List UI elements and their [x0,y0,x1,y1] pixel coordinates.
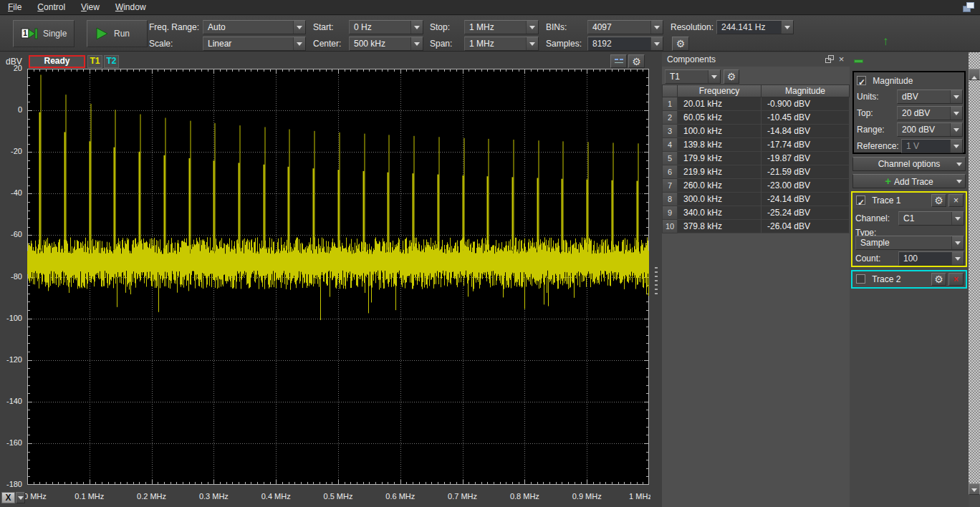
reference-select[interactable]: 1 V [901,139,963,153]
table-row[interactable]: 7260.0 kHz-23.00 dBV [662,179,850,193]
spectrum-plot-canvas[interactable] [27,69,649,485]
add-trace-button[interactable]: +Add Trace [852,174,966,188]
x-tick-label: 1 MHz [629,492,652,501]
count-select[interactable]: 100 [898,251,964,266]
close-icon[interactable]: × [837,54,846,64]
trace1-settings-button[interactable]: ⚙ [931,194,946,207]
acquisition-settings-button[interactable]: ⚙ [672,37,689,51]
chevron-down-icon [950,123,962,136]
trace2-checkbox[interactable] [856,274,865,284]
freq-range-select[interactable]: Auto [203,20,306,34]
menu-control[interactable]: Control [29,0,73,14]
top-select[interactable]: 20 dBV [897,106,963,120]
count-label: Count: [855,251,880,266]
menu-view[interactable]: View [73,0,107,14]
row-frequency: 260.0 kHz [678,179,762,193]
windows-stack-icon[interactable] [963,2,974,12]
scrollbar-up-button[interactable] [969,69,980,80]
stop-select[interactable]: 1 MHz [464,20,539,34]
gear-icon: ⚙ [934,195,943,206]
chevron-down-icon [956,180,962,186]
span-select[interactable]: 1 MHz [464,37,539,51]
components-table: Frequency Magnitude 120.01 kHz-0.900 dBV… [662,84,850,233]
tab-t2[interactable]: T2 [104,55,119,68]
chevron-down-icon [951,252,964,265]
row-magnitude: -24.14 dBV [762,193,850,206]
range-select[interactable]: 200 dBV [897,122,963,137]
plot-settings-button[interactable]: ⚙ [628,54,645,68]
status-ready-button[interactable]: Ready [29,55,85,68]
x-axis-dropdown-button[interactable] [16,492,25,503]
y-tick-label: -20 [0,147,22,155]
chevron-down-icon [410,21,423,34]
single-label: Single [43,29,67,39]
pane-splitter[interactable] [650,52,662,507]
y-tick-label: -100 [0,314,22,322]
components-settings-button[interactable]: ⚙ [724,69,739,84]
row-magnitude: -17.74 dBV [762,138,850,152]
tab-t1[interactable]: T1 [87,55,102,68]
trace1-header: Trace 1 ⚙ × [852,193,966,208]
collapse-minus-icon[interactable] [854,59,863,63]
chevron-down-icon [526,37,538,50]
bins-select[interactable]: 4097 [587,20,663,34]
row-frequency: 379.8 kHz [678,220,762,233]
chevron-down-icon [526,21,538,34]
trace2-settings-button[interactable]: ⚙ [931,273,946,286]
trace2-close-button[interactable]: × [948,273,964,286]
popout-icon[interactable] [825,55,834,63]
scale-select[interactable]: Linear [203,37,306,51]
x-tick-label: 0.3 MHz [199,492,229,501]
vertical-scrollbar[interactable] [969,52,980,507]
samples-select[interactable]: 8192 [587,37,663,51]
table-row[interactable]: 10379.8 kHz-26.04 dBV [662,220,850,233]
table-row[interactable]: 4139.8 kHz-17.74 dBV [662,138,850,152]
row-index: 8 [662,193,678,206]
chevron-down-icon [650,21,663,34]
center-select[interactable]: 500 kHz [349,37,423,51]
type-select[interactable]: Sample [855,236,964,250]
gear-icon: ⚙ [676,39,686,49]
gear-icon: ⚙ [632,57,641,67]
chevron-down-icon [950,140,962,153]
table-row[interactable]: 9340.0 kHz-25.24 dBV [662,206,850,220]
trace1-title: Trace 1 [872,195,900,206]
row-index: 3 [662,125,678,138]
table-row[interactable]: 260.05 kHz-10.45 dBV [662,111,850,125]
plot-measure-button[interactable] [610,54,627,68]
chevron-down-icon [781,21,793,34]
start-select[interactable]: 0 Hz [349,20,423,34]
x-tick-label: 0.2 MHz [137,492,166,501]
x-axis-mode-button[interactable]: X [1,492,15,503]
range-label: Range: [857,122,885,137]
magnitude-checkbox[interactable] [857,76,866,85]
components-trace-select[interactable]: T1 [665,69,721,84]
run-button[interactable]: Run [87,20,148,47]
row-index: 6 [662,165,678,179]
menu-file[interactable]: File [0,0,29,14]
header-index-column [662,84,678,97]
units-select[interactable]: dBV [897,90,963,104]
resolution-select[interactable]: 244.141 Hz [716,20,794,34]
table-row[interactable]: 3100.0 kHz-14.84 dBV [662,125,850,138]
trace1-close-button[interactable]: × [948,194,964,207]
channel-label: Channel: [855,211,890,226]
table-row[interactable]: 120.01 kHz-0.900 dBV [662,97,850,111]
table-row[interactable]: 8300.0 kHz-24.14 dBV [662,193,850,206]
trace1-checkbox[interactable] [856,195,865,205]
x-tick-label: 0.5 MHz [324,492,353,501]
menu-window[interactable]: Window [107,0,154,14]
row-frequency: 60.05 kHz [678,111,762,125]
table-row[interactable]: 6219.9 kHz-21.59 dBV [662,165,850,179]
scrollbar-down-button[interactable] [969,483,980,495]
channel-options-button[interactable]: Channel options [852,157,966,171]
scroll-up-arrow-icon: ↑ [883,34,889,49]
single-button[interactable]: 1 Single [13,20,75,47]
channel-select[interactable]: C1 [898,211,964,226]
y-tick-label: -60 [0,230,22,238]
gear-icon: ⚙ [934,274,943,284]
chevron-down-icon [950,90,962,103]
table-row[interactable]: 5179.9 kHz-19.87 dBV [662,152,850,165]
units-label: Units: [857,90,879,104]
toolbar: 1 Single Run Freq. Range: Auto Scale: Li… [0,16,980,52]
